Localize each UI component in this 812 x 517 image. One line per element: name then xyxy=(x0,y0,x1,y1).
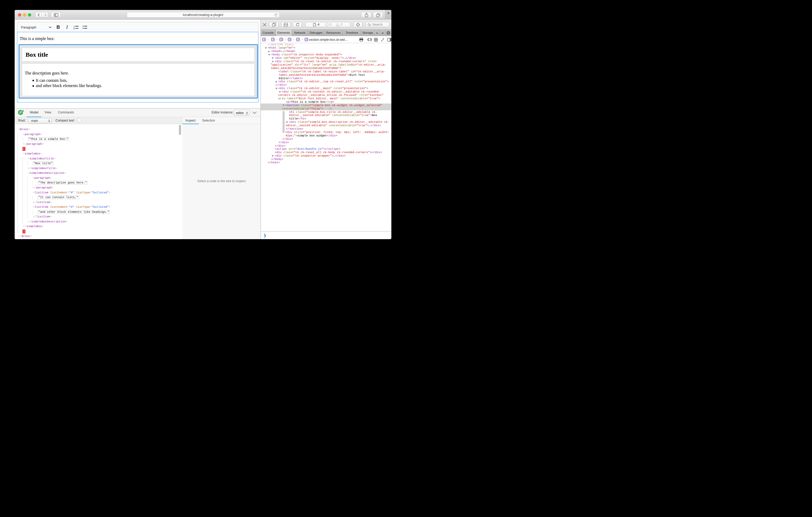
svg-text:5: 5 xyxy=(23,110,24,112)
svg-text:2: 2 xyxy=(74,27,75,29)
